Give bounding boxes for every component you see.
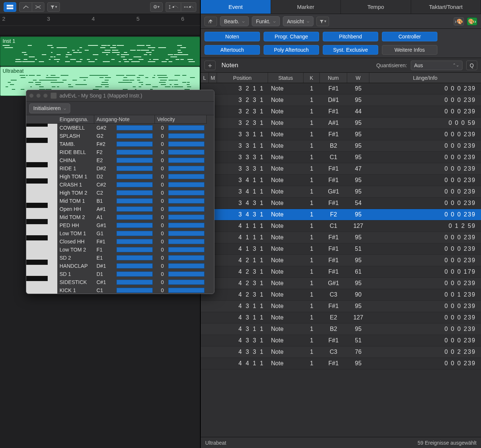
velocity-value[interactable]: 0 (155, 164, 166, 172)
input-name[interactable]: RIDE BELL (57, 148, 94, 156)
window-titlebar[interactable]: advEvL - My Song 1 (Mapped Instr.) (26, 90, 214, 101)
velocity-slider[interactable] (168, 125, 204, 130)
view-menu[interactable]: Ansicht⌵ (283, 16, 314, 26)
input-name[interactable]: SD 2 (57, 254, 94, 262)
event-row[interactable]: 3 3 3 1Note1C1950 0 0 239 (201, 152, 481, 163)
event-row[interactable]: 4 2 3 1Note1G#1950 0 0 239 (201, 278, 481, 289)
col-position[interactable]: Position (217, 73, 268, 83)
velocity-slider[interactable] (168, 190, 204, 195)
velocity-slider[interactable] (168, 133, 204, 138)
event-row[interactable]: 4 3 3 1Note1C3760 0 2 239 (201, 346, 481, 358)
note-slider[interactable] (116, 166, 153, 171)
col-output-note[interactable]: Ausgang-Note (94, 115, 155, 124)
piano-key[interactable] (26, 140, 57, 148)
event-row[interactable]: 4 1 1 1Note1F#1950 0 0 239 (201, 232, 481, 243)
piano-key[interactable] (26, 221, 57, 229)
tab-tempo[interactable]: Tempo (341, 0, 411, 14)
velocity-value[interactable]: 0 (155, 205, 166, 213)
note-slider[interactable] (116, 198, 153, 204)
velocity-value[interactable]: 0 (155, 140, 166, 148)
chip-moreinfo[interactable]: Weitere Infos (382, 45, 437, 55)
initialize-menu[interactable]: Initialisieren⌵ (29, 103, 70, 113)
piano-key[interactable] (26, 181, 57, 189)
input-name[interactable]: High TOM 2 (57, 189, 94, 197)
note-slider[interactable] (116, 215, 153, 220)
quantize-select[interactable]: Aus⌃⌄ (411, 61, 463, 70)
track-region-inst1[interactable]: Inst 1 (0, 37, 200, 66)
timeline-ruler[interactable]: 2 3 4 5 6 ↖ (0, 14, 200, 35)
note-slider[interactable] (116, 125, 153, 130)
hierarchy-up-button[interactable] (204, 17, 217, 26)
view-mode-button[interactable] (4, 2, 16, 12)
input-name[interactable]: KICK 1 (57, 286, 94, 294)
map-row[interactable]: COWBELLG#20 (26, 124, 214, 132)
output-note[interactable]: D1 (94, 270, 114, 278)
horizontal-zoom-button[interactable] (181, 2, 196, 12)
piano-key[interactable] (26, 286, 57, 294)
func-menu[interactable]: Funkt.⌵ (252, 16, 280, 26)
piano-key[interactable] (26, 237, 57, 246)
map-row[interactable]: SIDESTICKC#10 (26, 278, 214, 286)
chip-progchange[interactable]: Progr. Change (264, 32, 319, 41)
velocity-value[interactable]: 0 (155, 148, 166, 156)
map-row[interactable]: TAMB.F#20 (26, 140, 214, 148)
velocity-value[interactable]: 0 (155, 278, 166, 286)
col-velocity[interactable]: Velocity (155, 115, 207, 124)
velocity-value[interactable]: 0 (155, 246, 166, 254)
map-row[interactable]: CHINAE20 (26, 156, 214, 164)
velocity-slider[interactable] (168, 150, 204, 155)
event-row[interactable]: 3 4 3 1Note1F2950 0 0 239 (201, 209, 481, 220)
input-name[interactable]: Low TOM 2 (57, 246, 94, 254)
input-name[interactable]: TAMB. (57, 140, 94, 148)
event-row[interactable]: 4 1 3 1Note1F#1510 0 0 239 (201, 243, 481, 255)
map-row[interactable]: KICK 1C10 (26, 286, 214, 294)
piano-key[interactable] (26, 278, 57, 286)
output-note[interactable]: E2 (94, 156, 114, 164)
output-note[interactable]: G#1 (94, 221, 114, 229)
velocity-value[interactable]: 0 (155, 262, 166, 270)
output-note[interactable]: A1 (94, 213, 114, 221)
chip-controller[interactable]: Controller (382, 32, 437, 41)
col-k[interactable]: K (304, 73, 320, 83)
note-slider[interactable] (116, 263, 153, 269)
map-row[interactable]: Mid TOM 2A10 (26, 213, 214, 221)
note-slider[interactable] (116, 271, 153, 277)
event-row[interactable]: 3 2 3 1Note1F#1440 0 0 239 (201, 106, 481, 117)
piano-key[interactable] (26, 246, 57, 254)
output-note[interactable]: D#2 (94, 164, 114, 172)
note-slider[interactable] (116, 288, 153, 293)
velocity-value[interactable]: 0 (155, 189, 166, 197)
event-row[interactable]: 3 4 1 1Note1F#1950 0 0 239 (201, 175, 481, 186)
event-row[interactable]: 4 2 3 1Note1F#1610 0 0 179 (201, 266, 481, 278)
settings-button[interactable]: ⚙▾ (150, 2, 163, 12)
input-name[interactable]: Open HH (57, 205, 94, 213)
output-note[interactable]: C#1 (94, 278, 114, 286)
input-name[interactable]: COWBELL (57, 124, 94, 132)
velocity-slider[interactable] (168, 280, 204, 285)
output-note[interactable]: F1 (94, 246, 114, 254)
map-row[interactable]: High TOM 2C20 (26, 189, 214, 197)
velocity-value[interactable]: 0 (155, 286, 166, 294)
map-row[interactable]: Mid TOM 1B10 (26, 197, 214, 205)
output-note[interactable]: A#1 (94, 205, 114, 213)
piano-key[interactable] (26, 124, 57, 132)
piano-key[interactable] (26, 164, 57, 172)
velocity-value[interactable]: 0 (155, 237, 166, 246)
output-note[interactable]: B1 (94, 197, 114, 205)
input-name[interactable]: SIDESTICK (57, 278, 94, 286)
velocity-value[interactable]: 0 (155, 254, 166, 262)
piano-key[interactable] (26, 205, 57, 213)
map-row[interactable]: SPLASHG20 (26, 132, 214, 140)
event-row[interactable]: 3 3 1 1Note1F#1950 0 0 239 (201, 129, 481, 140)
chip-sysex[interactable]: Syst. Exclusive (323, 45, 378, 55)
velocity-slider[interactable] (168, 239, 204, 244)
input-name[interactable]: Mid TOM 1 (57, 197, 94, 205)
map-row[interactable]: Low TOM 2F10 (26, 246, 214, 254)
event-row[interactable]: 3 3 3 1Note1F#1470 0 0 239 (201, 163, 481, 175)
note-slider[interactable] (116, 158, 153, 163)
map-row[interactable]: SD 1D10 (26, 270, 214, 278)
input-name[interactable]: RIDE 1 (57, 164, 94, 172)
event-row[interactable]: 3 4 3 1Note1F#1540 0 0 239 (201, 198, 481, 209)
event-row[interactable]: 4 3 3 1Note1F#1510 0 0 239 (201, 335, 481, 346)
velocity-value[interactable]: 0 (155, 181, 166, 189)
